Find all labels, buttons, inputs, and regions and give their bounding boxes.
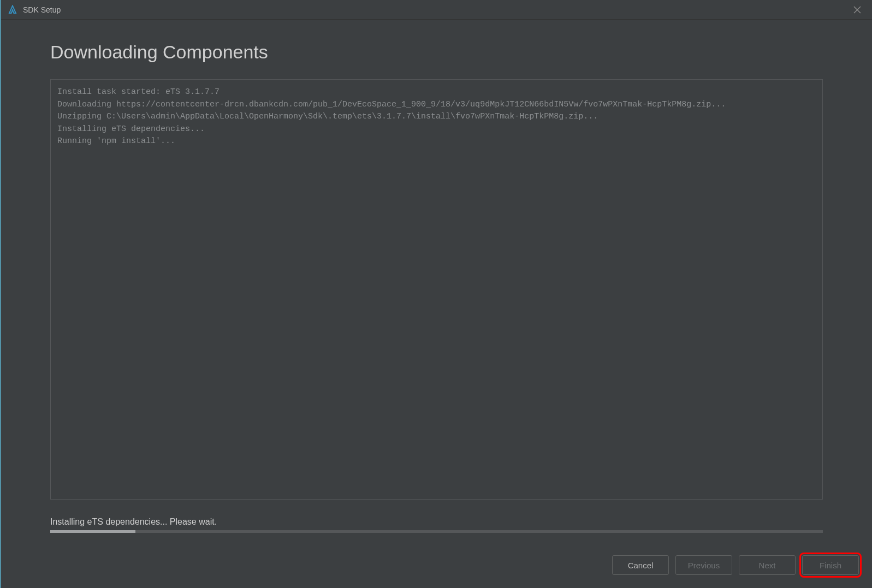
- page-heading: Downloading Components: [50, 41, 823, 63]
- next-button[interactable]: Next: [739, 555, 796, 575]
- status-area: Installing eTS dependencies... Please wa…: [1, 517, 872, 533]
- log-panel[interactable]: Install task started: eTS 3.1.7.7 Downlo…: [50, 79, 823, 500]
- content-area: Downloading Components Install task star…: [1, 20, 872, 510]
- cancel-button[interactable]: Cancel: [612, 555, 669, 575]
- progress-bar: [50, 530, 823, 533]
- close-button[interactable]: [849, 2, 865, 18]
- progress-fill: [50, 530, 135, 533]
- status-text: Installing eTS dependencies... Please wa…: [50, 517, 823, 527]
- titlebar: SDK Setup: [1, 0, 872, 20]
- window-title: SDK Setup: [23, 5, 849, 14]
- button-row: Cancel Previous Next Finish: [612, 555, 859, 575]
- previous-button[interactable]: Previous: [675, 555, 732, 575]
- close-icon: [853, 6, 861, 14]
- finish-button[interactable]: Finish: [802, 555, 859, 575]
- app-icon: [8, 5, 17, 15]
